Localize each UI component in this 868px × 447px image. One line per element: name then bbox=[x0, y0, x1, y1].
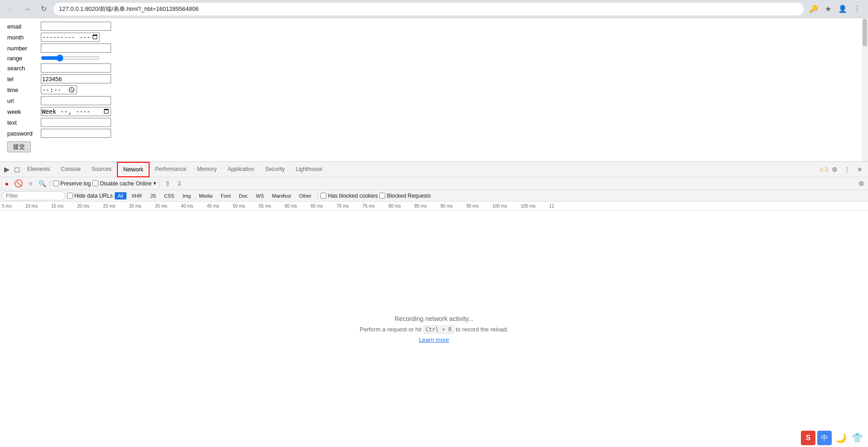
email-row: email bbox=[7, 22, 861, 31]
week-input[interactable] bbox=[41, 107, 111, 116]
hide-data-urls-input[interactable] bbox=[67, 193, 73, 199]
search-network-icon[interactable]: 🔍 bbox=[37, 179, 47, 189]
tab-performance[interactable]: Performance bbox=[150, 162, 192, 177]
tab-lighthouse[interactable]: Lighthouse bbox=[290, 162, 328, 177]
disable-cache-input[interactable] bbox=[92, 180, 98, 186]
time-row: time bbox=[7, 85, 861, 94]
tel-input[interactable] bbox=[41, 74, 111, 83]
tick-65ms: 65 ms bbox=[310, 204, 323, 209]
warning-icon: ⚠ bbox=[819, 166, 824, 173]
range-input[interactable] bbox=[41, 54, 100, 62]
toolbar-divider-2 bbox=[160, 180, 160, 187]
search-input[interactable] bbox=[41, 63, 111, 73]
url-input[interactable] bbox=[41, 96, 111, 105]
back-button[interactable]: ← bbox=[5, 3, 17, 15]
filter-font-btn[interactable]: Font bbox=[218, 192, 234, 199]
export-har-icon[interactable]: ⇩ bbox=[175, 179, 184, 189]
chrome-icons: 🔑 ★ 👤 ⋮ bbox=[807, 3, 863, 15]
scrollbar-thumb[interactable] bbox=[863, 19, 867, 46]
tick-30ms: 30 ms bbox=[129, 204, 141, 209]
import-har-icon[interactable]: ⇧ bbox=[163, 179, 173, 189]
filter-doc-btn[interactable]: Doc bbox=[236, 192, 251, 199]
filter-js-btn[interactable]: JS bbox=[147, 192, 159, 199]
email-label: email bbox=[7, 23, 39, 30]
preserve-log-checkbox[interactable]: Preserve log bbox=[53, 180, 91, 187]
filter-icon[interactable]: ▿ bbox=[25, 179, 35, 189]
clear-button[interactable]: 🚫 bbox=[14, 179, 24, 189]
filter-xhr-btn[interactable]: XHR bbox=[128, 192, 145, 199]
filter-divider bbox=[317, 192, 318, 199]
submit-button[interactable]: 提交 bbox=[7, 141, 31, 152]
browser-chrome: ← → ↻ 🔑 ★ 👤 ⋮ bbox=[0, 0, 868, 18]
profile-icon[interactable]: 👤 bbox=[836, 3, 849, 15]
preserve-log-input[interactable] bbox=[53, 180, 59, 186]
tray-icon-chinese[interactable]: 中 bbox=[817, 431, 832, 445]
filter-css-btn[interactable]: CSS bbox=[161, 192, 178, 199]
tray-icon-moon[interactable]: 🌙 bbox=[834, 431, 848, 445]
filter-other-btn[interactable]: Other bbox=[296, 192, 315, 199]
filter-media-btn[interactable]: Media bbox=[196, 192, 216, 199]
tab-console[interactable]: Console bbox=[55, 162, 86, 177]
tick-25ms: 25 ms bbox=[103, 204, 115, 209]
filter-ws-btn[interactable]: WS bbox=[253, 192, 267, 199]
tab-console-label: Console bbox=[61, 166, 81, 172]
has-blocked-cookies-input[interactable] bbox=[320, 193, 326, 199]
filter-input[interactable] bbox=[2, 191, 65, 200]
warning-count: 2 bbox=[825, 166, 828, 173]
devtools-more-icon[interactable]: ⋮ bbox=[841, 163, 853, 176]
devtools-settings-icon[interactable]: ⚙ bbox=[828, 163, 841, 176]
tel-label: tel bbox=[7, 76, 39, 83]
filter-img-btn[interactable]: Img bbox=[179, 192, 194, 199]
tab-memory[interactable]: Memory bbox=[192, 162, 222, 177]
month-input[interactable] bbox=[41, 33, 100, 42]
tab-application[interactable]: Application bbox=[222, 162, 260, 177]
tick-11: 11 bbox=[549, 204, 554, 209]
email-input[interactable] bbox=[41, 22, 111, 31]
hide-data-urls-checkbox[interactable]: Hide data URLs bbox=[67, 193, 113, 199]
tray-icon-shirt[interactable]: 👕 bbox=[850, 431, 864, 445]
tab-network[interactable]: Network bbox=[117, 162, 150, 177]
toolbar-divider-1 bbox=[50, 180, 50, 187]
password-input[interactable] bbox=[41, 129, 111, 138]
page-scrollbar[interactable] bbox=[862, 18, 868, 161]
tick-90ms: 90 ms bbox=[440, 204, 452, 209]
range-label: range bbox=[7, 55, 39, 62]
refresh-button[interactable]: ↻ bbox=[37, 3, 50, 15]
learn-more-link[interactable]: Learn more bbox=[419, 336, 449, 343]
text-label: text bbox=[7, 119, 39, 126]
devtools-device-icon[interactable]: ◻ bbox=[12, 165, 22, 175]
filter-manifest-btn[interactable]: Manifest bbox=[269, 192, 294, 199]
tab-sources[interactable]: Sources bbox=[86, 162, 117, 177]
number-input[interactable] bbox=[41, 44, 111, 53]
has-blocked-cookies-checkbox[interactable]: Has blocked cookies bbox=[320, 193, 378, 199]
tab-application-label: Application bbox=[228, 166, 254, 172]
tab-elements[interactable]: Elements bbox=[22, 162, 55, 177]
devtools-close-icon[interactable]: ✕ bbox=[853, 163, 866, 176]
network-settings-icon[interactable]: ⚙ bbox=[856, 179, 866, 189]
tick-80ms: 80 ms bbox=[388, 204, 401, 209]
key-icon[interactable]: 🔑 bbox=[807, 3, 820, 15]
menu-icon[interactable]: ⋮ bbox=[851, 3, 863, 15]
time-input[interactable] bbox=[41, 85, 77, 94]
submit-row: 提交 bbox=[7, 140, 861, 152]
bookmark-icon[interactable]: ★ bbox=[822, 3, 834, 15]
disable-cache-label: Disable cache bbox=[100, 180, 134, 187]
forward-button[interactable]: → bbox=[21, 3, 34, 15]
devtools-inspect-icon[interactable]: ▶ bbox=[2, 165, 12, 175]
address-bar[interactable] bbox=[53, 3, 804, 15]
tick-10ms: 10 ms bbox=[25, 204, 38, 209]
blocked-requests-checkbox[interactable]: Blocked Requests bbox=[379, 193, 431, 199]
throttle-label: Online bbox=[136, 180, 152, 187]
tray-icon-s[interactable]: S bbox=[801, 431, 815, 445]
system-tray: S 中 🌙 👕 bbox=[797, 429, 868, 447]
disable-cache-checkbox[interactable]: Disable cache bbox=[92, 180, 134, 187]
throttle-dropdown[interactable]: Online ▼ bbox=[136, 180, 157, 187]
text-input[interactable] bbox=[41, 118, 111, 127]
tab-sources-label: Sources bbox=[92, 166, 112, 172]
blocked-requests-input[interactable] bbox=[379, 193, 385, 199]
record-button[interactable]: ● bbox=[2, 179, 12, 189]
tab-security[interactable]: Security bbox=[260, 162, 290, 177]
filter-all-btn[interactable]: All bbox=[115, 192, 126, 199]
page-content: email month number range search tel time… bbox=[0, 18, 868, 161]
range-row: range bbox=[7, 54, 861, 62]
